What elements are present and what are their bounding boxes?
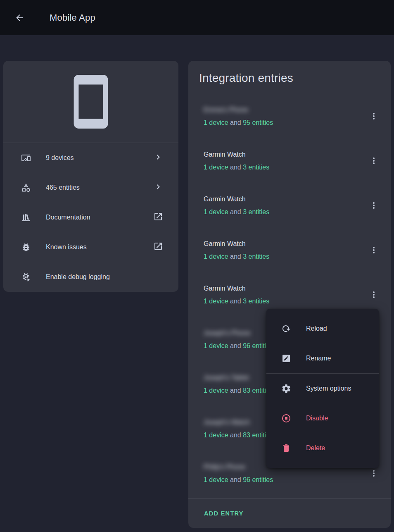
entry-devices-link[interactable]: 1 device bbox=[204, 164, 228, 171]
dots-vertical-icon bbox=[369, 290, 379, 300]
entry-conjunction: and bbox=[230, 387, 241, 394]
dots-vertical-icon bbox=[369, 111, 379, 121]
add-entry-row: ADD ENTRY bbox=[188, 496, 391, 528]
back-button[interactable] bbox=[9, 8, 29, 28]
chevron-right-icon bbox=[153, 182, 163, 192]
app-header: Mobile App bbox=[0, 0, 394, 35]
entry-devices-link[interactable]: 1 device bbox=[204, 119, 228, 126]
arrow-left-icon bbox=[14, 13, 24, 23]
info-row-enable-debug-logging[interactable]: Enable debug logging bbox=[3, 262, 178, 292]
menu-item-label: Rename bbox=[306, 355, 331, 362]
entry-row: Emma's Phone1 device and 95 entities bbox=[188, 94, 391, 138]
entry-name: Garmin Watch bbox=[204, 284, 246, 293]
entry-conjunction: and bbox=[230, 298, 241, 305]
entry-devices-link[interactable]: 1 device bbox=[204, 387, 228, 394]
entry-devices-link[interactable]: 1 device bbox=[204, 208, 228, 215]
cellphone-icon bbox=[62, 72, 120, 131]
chevron-right-icon bbox=[153, 152, 163, 162]
entry-entities-link[interactable]: 3 entities bbox=[243, 208, 269, 215]
page-title: Mobile App bbox=[50, 12, 95, 23]
dots-vertical-icon bbox=[369, 200, 379, 210]
devices-icon bbox=[21, 153, 31, 163]
info-row-465-entities[interactable]: 465 entities bbox=[3, 173, 178, 203]
entry-subtitle: 1 device and 95 entities bbox=[204, 118, 364, 128]
entry-conjunction: and bbox=[230, 164, 241, 171]
entry-context-menu: ReloadRenameSystem optionsDisableDelete bbox=[266, 309, 379, 468]
bug-icon bbox=[21, 242, 31, 252]
entry-devices-link[interactable]: 1 device bbox=[204, 298, 228, 305]
entry-entities-link[interactable]: 3 entities bbox=[243, 253, 269, 260]
entry-devices-link[interactable]: 1 device bbox=[204, 432, 228, 439]
entry-text: Emma's Phone1 device and 95 entities bbox=[204, 105, 364, 128]
open-in-new-icon bbox=[153, 212, 163, 222]
add-entry-button[interactable]: ADD ENTRY bbox=[188, 499, 391, 528]
info-row-documentation[interactable]: Documentation bbox=[3, 203, 178, 232]
entry-row: Garmin Watch1 device and 3 entities bbox=[188, 138, 391, 183]
entry-subtitle: 1 device and 3 entities bbox=[204, 252, 364, 262]
entry-subtitle: 1 device and 3 entities bbox=[204, 296, 364, 306]
info-row-label: 9 devices bbox=[46, 154, 74, 162]
info-row-label: Enable debug logging bbox=[46, 273, 110, 281]
menu-item-label: Delete bbox=[306, 444, 325, 452]
entry-text: Garmin Watch1 device and 3 entities bbox=[204, 150, 364, 172]
delete-icon bbox=[281, 443, 291, 453]
entry-row: Garmin Watch1 device and 3 entities bbox=[188, 228, 391, 272]
entry-text: Garmin Watch1 device and 3 entities bbox=[204, 239, 364, 262]
entry-menu-button[interactable] bbox=[364, 106, 384, 126]
entry-name: Garmin Watch bbox=[204, 150, 246, 160]
menu-item-rename[interactable]: Rename bbox=[266, 344, 379, 373]
info-row-label: 465 entities bbox=[46, 184, 80, 191]
entry-menu-button[interactable] bbox=[364, 151, 384, 171]
entry-entities-link[interactable]: 96 entities bbox=[243, 476, 273, 483]
entry-conjunction: and bbox=[230, 119, 241, 126]
menu-item-reload[interactable]: Reload bbox=[266, 314, 379, 344]
entry-row: Garmin Watch1 device and 3 entities bbox=[188, 183, 391, 228]
entry-name: Garmin Watch bbox=[204, 194, 246, 204]
dots-vertical-icon bbox=[369, 468, 379, 478]
entry-entities-link[interactable]: 3 entities bbox=[243, 164, 269, 171]
entry-entities-link[interactable]: 95 entities bbox=[243, 119, 273, 126]
entry-menu-button[interactable] bbox=[364, 285, 384, 305]
menu-item-system-options[interactable]: System options bbox=[266, 374, 379, 403]
add-entry-label: ADD ENTRY bbox=[204, 510, 244, 517]
integration-info-card: 9 devices465 entitiesDocumentationKnown … bbox=[3, 61, 178, 292]
info-row-label: Documentation bbox=[46, 214, 90, 221]
entry-text: Garmin Watch1 device and 3 entities bbox=[204, 284, 364, 306]
bookshelf-icon bbox=[21, 212, 31, 222]
menu-item-delete[interactable]: Delete bbox=[266, 433, 379, 463]
entry-devices-link[interactable]: 1 device bbox=[204, 253, 228, 260]
menu-item-label: System options bbox=[306, 385, 351, 392]
entry-devices-link[interactable]: 1 device bbox=[204, 476, 228, 483]
open-in-new-icon bbox=[153, 241, 163, 251]
entry-conjunction: and bbox=[230, 476, 241, 483]
info-row-9-devices[interactable]: 9 devices bbox=[3, 143, 178, 173]
entry-devices-link[interactable]: 1 device bbox=[204, 342, 228, 349]
dots-vertical-icon bbox=[369, 156, 379, 166]
dots-vertical-icon bbox=[369, 245, 379, 255]
entry-conjunction: and bbox=[230, 432, 241, 439]
entry-menu-button[interactable] bbox=[364, 240, 384, 260]
stop-circle-outline-icon bbox=[281, 413, 291, 423]
entry-entities-link[interactable]: 3 entities bbox=[243, 298, 269, 305]
entry-subtitle: 1 device and 3 entities bbox=[204, 162, 364, 172]
menu-item-disable[interactable]: Disable bbox=[266, 403, 379, 433]
bug-play-icon bbox=[21, 272, 31, 282]
entry-name-redacted: Joseph's Phone bbox=[204, 328, 250, 338]
shapes-icon bbox=[21, 183, 31, 193]
entry-conjunction: and bbox=[230, 253, 241, 260]
entry-conjunction: and bbox=[230, 342, 241, 349]
menu-item-label: Reload bbox=[306, 325, 327, 332]
rename-box-icon bbox=[281, 353, 291, 363]
reload-icon bbox=[281, 324, 291, 334]
entry-name-redacted: Emma's Phone bbox=[204, 105, 248, 115]
entry-name-redacted: Philip's Phone bbox=[204, 462, 245, 472]
entry-subtitle: 1 device and 96 entities bbox=[204, 475, 364, 485]
menu-item-label: Disable bbox=[306, 415, 328, 422]
info-row-known-issues[interactable]: Known issues bbox=[3, 232, 178, 262]
entries-card-title: Integration entries bbox=[199, 71, 391, 86]
info-link-list: 9 devices465 entitiesDocumentationKnown … bbox=[3, 143, 178, 292]
info-row-label: Known issues bbox=[46, 243, 87, 251]
integration-logo-area bbox=[3, 61, 178, 143]
entry-menu-button[interactable] bbox=[364, 196, 384, 215]
entry-subtitle: 1 device and 3 entities bbox=[204, 207, 364, 217]
